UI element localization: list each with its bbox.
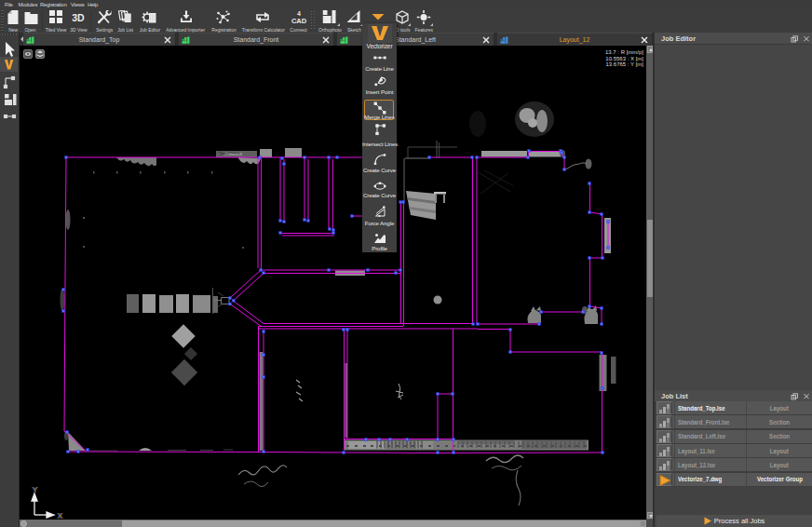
svg-text:4: 4 (297, 10, 301, 17)
svg-text:13.6765 : Y [m]: 13.6765 : Y [m] (606, 61, 644, 67)
svg-text:10.5563 : X [m]: 10.5563 : X [m] (605, 56, 643, 61)
svg-text:13.7 : R [mm/p]: 13.7 : R [mm/p] (605, 49, 643, 55)
svg-text:X: X (58, 511, 63, 520)
svg-text:Y: Y (33, 485, 38, 494)
